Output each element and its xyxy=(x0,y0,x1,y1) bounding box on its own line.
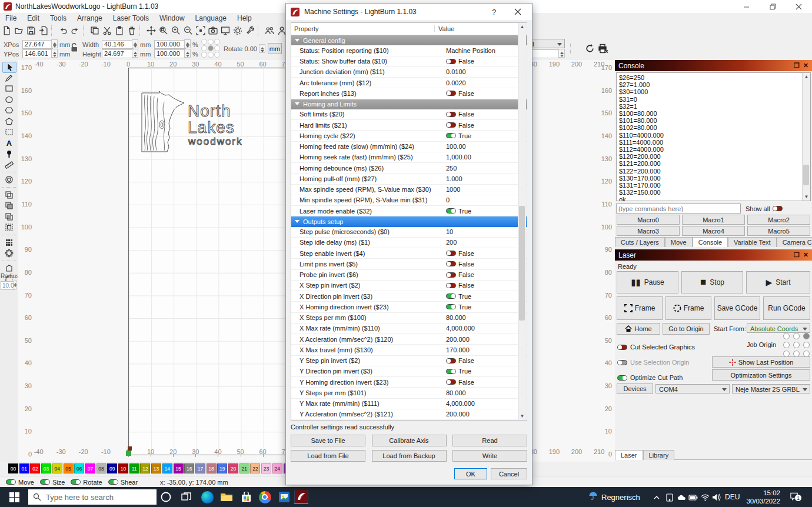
setting-row[interactable]: Report inches ($13)False xyxy=(291,88,527,99)
keyboard-language[interactable]: DEU xyxy=(725,493,740,501)
print-trace-icon[interactable] xyxy=(598,44,608,54)
setting-row[interactable]: Y Direction pin invert ($3)True xyxy=(291,366,527,377)
setting-value[interactable]: Machine Position xyxy=(446,47,495,54)
setting-row[interactable]: Homing pull-off (mm) ($27)1.000 xyxy=(291,174,527,184)
zoom-in-icon[interactable] xyxy=(170,25,182,36)
save-file-icon[interactable] xyxy=(25,25,37,36)
layer-color-23[interactable]: 23 xyxy=(261,463,271,473)
tool-text[interactable]: A xyxy=(2,138,15,148)
toggle-on-icon[interactable] xyxy=(617,375,627,381)
height-field[interactable]: 24.697 xyxy=(102,49,134,58)
setting-value[interactable]: 80.000 xyxy=(446,389,466,396)
toggle-on-icon[interactable] xyxy=(446,369,456,374)
refresh-icon[interactable] xyxy=(585,44,595,54)
file-explorer-icon[interactable] xyxy=(219,490,234,504)
close-panel-icon[interactable]: ✕ xyxy=(803,251,808,259)
layer-color-09[interactable]: 09 xyxy=(107,463,117,473)
tool-boolean-intersect[interactable] xyxy=(2,212,15,222)
setting-value[interactable]: 200 xyxy=(446,239,457,246)
setting-row[interactable]: Y Homing direction invert ($23)False xyxy=(291,377,527,388)
setting-row[interactable]: Step enable invert ($4)False xyxy=(291,248,527,259)
scale-x-stepper[interactable] xyxy=(184,39,191,48)
devices-button[interactable]: Devices xyxy=(617,383,653,394)
setting-row[interactable]: Junction deviation (mm) ($11)0.0100 xyxy=(291,67,527,78)
statusbar-toggle-shear[interactable]: Shear xyxy=(108,479,138,486)
collapse-icon[interactable] xyxy=(295,39,299,44)
setting-row[interactable]: X Homing direction invert ($23)True xyxy=(291,302,527,312)
height-stepper[interactable] xyxy=(132,49,138,58)
float-panel-icon[interactable]: ❐ xyxy=(794,251,800,259)
scale-y-field[interactable]: 100.000 xyxy=(154,49,186,58)
setting-row[interactable]: Min spindle speed (RPM), S-Value min ($3… xyxy=(291,195,527,206)
statusbar-toggle-move[interactable]: Move xyxy=(6,479,34,486)
frame-circle-button[interactable]: Frame xyxy=(665,296,711,320)
setting-row[interactable]: Arc tolerance (mm) ($12)0.0020 xyxy=(291,78,527,88)
toggle-on-icon[interactable] xyxy=(6,479,16,485)
dialog-button-read[interactable]: Read xyxy=(452,435,527,446)
setting-row[interactable]: Homing seek rate (fast) (mm/min) ($25)1,… xyxy=(291,152,527,163)
camera-capture-icon[interactable] xyxy=(207,25,219,36)
setting-row[interactable]: Soft limits ($20)False xyxy=(291,109,527,120)
show-all-toggle[interactable] xyxy=(773,206,783,211)
toggle-off-icon[interactable] xyxy=(446,112,456,117)
toggle-off-icon[interactable] xyxy=(617,345,627,350)
dialog-button-load-from-file[interactable]: Load from File xyxy=(291,450,365,462)
macro-button-macro2[interactable]: Macro2 xyxy=(747,215,810,225)
setting-value[interactable]: 4,000.000 xyxy=(446,325,475,332)
console-command-input[interactable] xyxy=(616,204,741,214)
pause-button[interactable]: ▮▮Pause xyxy=(617,271,678,293)
tab-library[interactable]: Library xyxy=(643,450,675,460)
setting-row[interactable]: X Step pin invert ($2)False xyxy=(291,281,527,291)
tray-chevron-icon[interactable] xyxy=(652,493,661,502)
tab-move[interactable]: Move xyxy=(665,237,693,247)
setting-value[interactable]: 170.000 xyxy=(446,346,470,353)
menu-tools[interactable]: Tools xyxy=(45,14,72,22)
action-center-icon[interactable]: 1 xyxy=(790,492,799,501)
dialog-scrollbar[interactable]: ▲ ▼ xyxy=(518,23,526,420)
section-header-homing-and-limits[interactable]: Homing and Limits xyxy=(291,99,527,109)
setting-value[interactable]: 0.0020 xyxy=(446,79,466,86)
settings-icon[interactable] xyxy=(232,25,244,36)
anchor-dot[interactable] xyxy=(214,39,220,45)
setting-row[interactable]: Y Max travel (mm) ($131)170.000 xyxy=(291,420,527,421)
tool-cut-shapes[interactable] xyxy=(2,222,15,232)
chrome-icon[interactable] xyxy=(258,490,272,504)
tool-polygon[interactable] xyxy=(2,105,15,115)
setting-row[interactable]: Y Step pin invert ($2)False xyxy=(291,356,527,366)
layer-color-07[interactable]: 07 xyxy=(85,463,95,473)
battery-icon[interactable] xyxy=(688,493,698,502)
macro-button-macro4[interactable]: Macro4 xyxy=(682,226,745,236)
tool-boolean-subtract[interactable] xyxy=(2,201,15,211)
partial-stepper[interactable] xyxy=(558,49,565,58)
job-origin-radio-2[interactable] xyxy=(803,333,810,339)
dialog-button-calibrate-axis[interactable]: Calibrate Axis xyxy=(372,435,447,446)
tool-offset-shapes[interactable] xyxy=(2,175,15,185)
radius-field[interactable]: 10.0 xyxy=(1,281,15,290)
ypos-stepper[interactable] xyxy=(51,49,58,58)
stop-button[interactable]: ■Stop xyxy=(681,271,743,293)
redo-icon[interactable] xyxy=(69,25,81,36)
setting-value[interactable]: 0 xyxy=(446,196,450,204)
toggle-on-icon[interactable] xyxy=(446,304,456,309)
collapse-icon[interactable] xyxy=(295,220,299,225)
dialog-close-button[interactable] xyxy=(514,8,521,15)
layer-color-20[interactable]: 20 xyxy=(228,463,238,473)
tool-measure[interactable] xyxy=(2,160,15,170)
tool-circular-array[interactable] xyxy=(2,248,15,258)
setting-row[interactable]: Homing cycle ($22)True xyxy=(291,131,527,141)
anchor-dot[interactable] xyxy=(208,45,214,51)
anchor-dot[interactable] xyxy=(201,45,207,51)
statusbar-toggle-size[interactable]: Size xyxy=(40,479,65,486)
device-settings-icon[interactable] xyxy=(244,25,256,36)
delete-icon[interactable] xyxy=(126,25,138,36)
setting-row[interactable]: Step pulse (microseconds) ($0)10 xyxy=(291,227,527,238)
float-panel-icon[interactable]: ❐ xyxy=(794,62,800,69)
setting-row[interactable]: Y Max rate (mm/min) ($111)4,000.000 xyxy=(291,399,527,409)
job-origin-radio-1[interactable] xyxy=(793,333,800,339)
toggle-off-icon[interactable] xyxy=(446,379,456,385)
tool-position-laser[interactable] xyxy=(2,149,15,159)
scale-y-stepper[interactable] xyxy=(184,49,191,58)
cancel-button[interactable]: Cancel xyxy=(491,468,527,479)
ok-button[interactable]: OK xyxy=(454,468,487,479)
dialog-help-button[interactable]: ? xyxy=(492,8,496,16)
